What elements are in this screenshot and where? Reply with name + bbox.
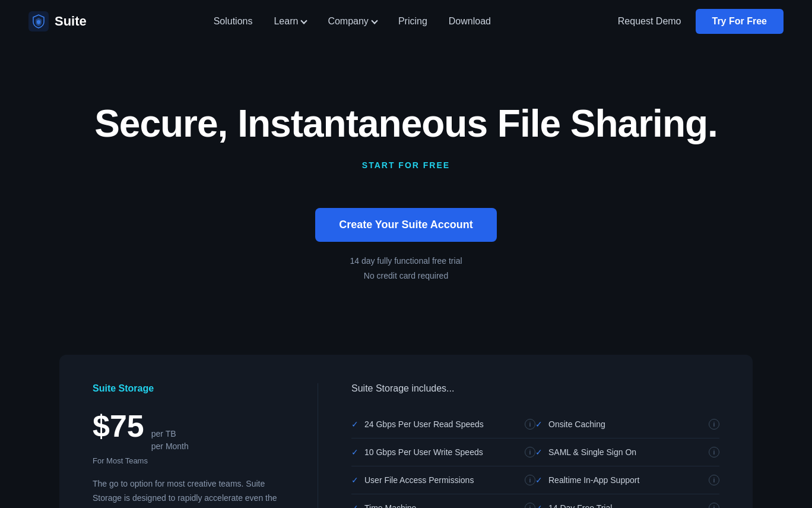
features-title: Suite Storage includes...	[351, 383, 719, 394]
feature-text: Time Machine	[364, 503, 519, 508]
check-icon: ✓	[351, 475, 359, 485]
hero-section: Secure, Instantaneous File Sharing. STAR…	[0, 43, 812, 331]
per-month: per Month	[151, 440, 189, 453]
feature-text: Realtime In-App Support	[548, 475, 703, 485]
nav-solutions[interactable]: Solutions	[214, 16, 253, 27]
no-credit-text: No credit card required	[28, 269, 784, 283]
hero-title: Secure, Instantaneous File Sharing.	[28, 102, 784, 146]
feature-saml: ✓ SAML & Single Sign On i	[535, 438, 719, 466]
check-icon: ✓	[351, 419, 359, 429]
info-icon-file-access[interactable]: i	[525, 475, 535, 485]
info-icon-saml[interactable]: i	[709, 447, 719, 457]
pricing-left: Suite Storage $75 per TB per Month For M…	[93, 383, 318, 508]
nav-company[interactable]: Company	[328, 16, 376, 27]
pricing-right: Suite Storage includes... ✓ 24 Gbps Per …	[318, 383, 719, 508]
logo[interactable]: Suite	[28, 11, 87, 31]
info-icon-realtime-support[interactable]: i	[709, 475, 719, 485]
price-details: per TB per Month	[151, 428, 189, 453]
nav-pricing[interactable]: Pricing	[398, 16, 427, 27]
create-account-button[interactable]: Create Your Suite Account	[315, 208, 497, 242]
nav-download[interactable]: Download	[449, 16, 491, 27]
per-tb: per TB	[151, 428, 189, 440]
audience-label: For Most Teams	[93, 456, 289, 465]
feature-realtime-support: ✓ Realtime In-App Support i	[535, 466, 719, 494]
feature-time-machine: ✓ Time Machine i	[351, 494, 535, 508]
check-icon: ✓	[535, 419, 543, 429]
price-row: $75 per TB per Month	[93, 408, 289, 453]
company-chevron-icon	[371, 17, 378, 24]
info-icon-free-trial[interactable]: i	[709, 503, 719, 508]
feature-file-access: ✓ User File Access Permissions i	[351, 466, 535, 494]
pricing-description: The go to option for most creative teams…	[93, 477, 289, 508]
price-amount: $75	[93, 408, 144, 444]
info-icon-time-machine[interactable]: i	[525, 503, 535, 508]
check-icon: ✓	[535, 475, 543, 485]
info-icon-read-speeds[interactable]: i	[525, 419, 535, 430]
try-free-button[interactable]: Try For Free	[696, 9, 784, 34]
logo-text: Suite	[55, 14, 87, 29]
navbar: Suite Solutions Learn Company Pricing Do…	[0, 0, 812, 43]
feature-text: 10 Gbps Per User Write Speeds	[364, 447, 519, 457]
feature-text: 24 Gbps Per User Read Speeds	[364, 419, 519, 429]
learn-chevron-icon	[301, 17, 307, 24]
features-grid: ✓ 24 Gbps Per User Read Speeds i ✓ Onsit…	[351, 411, 719, 508]
hero-subtitle: START FOR FREE	[28, 160, 784, 170]
nav-links: Solutions Learn Company Pricing Download	[214, 16, 491, 27]
feature-text: SAML & Single Sign On	[548, 447, 703, 457]
pricing-section: Suite Storage $75 per TB per Month For M…	[59, 355, 753, 508]
check-icon: ✓	[351, 503, 359, 508]
feature-text: 14 Day Free Trial	[548, 503, 703, 508]
info-icon-onsite-caching[interactable]: i	[709, 419, 719, 430]
info-icon-write-speeds[interactable]: i	[525, 447, 535, 457]
nav-learn[interactable]: Learn	[274, 16, 306, 27]
feature-read-speeds: ✓ 24 Gbps Per User Read Speeds i	[351, 411, 535, 438]
feature-text: User File Access Permissions	[364, 475, 519, 485]
request-demo-link[interactable]: Request Demo	[618, 16, 681, 27]
check-icon: ✓	[535, 503, 543, 508]
trial-text: 14 day fully functional free trial	[28, 254, 784, 269]
feature-text: Onsite Caching	[548, 419, 703, 429]
hero-meta: 14 day fully functional free trial No cr…	[28, 254, 784, 283]
check-icon: ✓	[351, 447, 359, 457]
feature-write-speeds: ✓ 10 Gbps Per User Write Speeds i	[351, 438, 535, 466]
suite-storage-label: Suite Storage	[93, 383, 289, 394]
feature-free-trial: ✓ 14 Day Free Trial i	[535, 494, 719, 508]
nav-right: Request Demo Try For Free	[618, 9, 784, 34]
check-icon: ✓	[535, 447, 543, 457]
feature-onsite-caching: ✓ Onsite Caching i	[535, 411, 719, 438]
